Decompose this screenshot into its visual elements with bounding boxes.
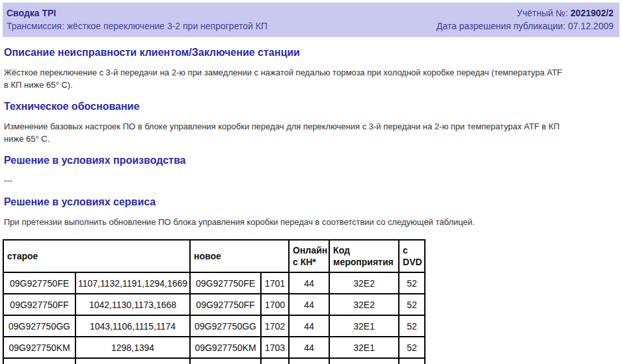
table-cell: 32E1 <box>329 315 399 337</box>
section-title-complaint: Описание неисправности клиентом/Заключен… <box>4 47 617 58</box>
table-cell: 09G927750KM <box>190 337 261 358</box>
table-row: 09G927750KN 1394,1554,1590 09G927750KN 1… <box>3 358 425 364</box>
table-cell: 52 <box>399 315 425 337</box>
table-cell: 32E1 <box>329 358 399 364</box>
table-cell: 32E2 <box>329 294 399 315</box>
table-cell: 44 <box>289 358 329 364</box>
table-cell: 09G927750KN <box>3 358 75 364</box>
section-title-production: Решение в условиях производства <box>4 155 617 166</box>
table-cell: 09G927750FF <box>3 294 75 315</box>
section-body-complaint: Жёсткое переключение с 3-й передачи на 2… <box>4 66 617 91</box>
table-cell: 1702 <box>261 315 289 337</box>
column-header-dvd: с DVD <box>399 240 425 272</box>
table-cell: 32E2 <box>329 272 399 294</box>
table-cell: 09G927750FE <box>190 272 261 294</box>
table-header: старое новое Онлайн с КН* Код мероприяти… <box>3 240 425 272</box>
table-cell: 1107,1132,1191,1294,1669 <box>75 272 190 294</box>
column-header-online: Онлайн с КН* <box>289 240 329 272</box>
tpi-document-page: Сводка TPI Учётный №: 2021902/2 Трансмис… <box>0 0 622 364</box>
table-cell: 44 <box>289 294 329 315</box>
column-header-old: старое <box>3 240 190 272</box>
section-body-service: При претензии выполнить обновление ПО бл… <box>4 216 617 228</box>
table-row: 09G927750FE 1107,1132,1191,1294,1669 09G… <box>3 272 425 294</box>
section-title-service: Решение в условиях сервиса <box>4 196 617 208</box>
table-cell: 09G927750KN <box>190 358 261 364</box>
header-row-top: Сводка TPI Учётный №: 2021902/2 <box>7 6 614 20</box>
table-cell: 1700 <box>261 294 289 315</box>
table-cell: 52 <box>399 294 425 315</box>
table-row: 09G927750FF 1042,1130,1173,1668 09G92775… <box>3 294 425 315</box>
table-cell: 1043,1106,1115,1174 <box>75 315 190 337</box>
software-update-table: старое новое Онлайн с КН* Код мероприяти… <box>3 239 426 364</box>
record-number: Учётный №: 2021902/2 <box>517 6 614 20</box>
tpi-summary-title: Сводка TPI <box>7 6 56 20</box>
table-cell: 1298,1394 <box>75 337 190 358</box>
table-cell: 32E1 <box>329 337 399 358</box>
section-body-technical: Изменение базовых настроек ПО в блоке уп… <box>4 120 617 145</box>
record-number-value: 2021902/2 <box>571 8 614 18</box>
table-cell: 1704 <box>261 358 289 364</box>
table-row: 09G927750GG 1043,1106,1115,1174 09G92775… <box>3 315 425 337</box>
header-bar: Сводка TPI Учётный №: 2021902/2 Трансмис… <box>3 3 619 37</box>
table-cell: 1394,1554,1590 <box>75 358 190 364</box>
table-cell: 44 <box>289 315 329 337</box>
section-body-production: --- <box>4 174 617 187</box>
publication-date-label: Дата разрешения публикации: <box>437 21 565 31</box>
table-cell: 52 <box>399 272 425 294</box>
table-cell: 09G927750GG <box>190 315 261 337</box>
table-cell: 09G927750KM <box>3 337 75 358</box>
table-row: 09G927750KM 1298,1394 09G927750KM 1703 4… <box>3 337 425 358</box>
table-cell: 52 <box>399 358 425 364</box>
table-cell: 09G927750GG <box>3 315 75 337</box>
table-body: 09G927750FE 1107,1132,1191,1294,1669 09G… <box>3 272 425 364</box>
table-cell: 09G927750FE <box>3 272 75 294</box>
publication-date-value: 07.12.2009 <box>568 21 614 31</box>
record-number-label: Учётный №: <box>517 8 568 18</box>
table-cell: 52 <box>399 337 425 358</box>
table-cell: 1703 <box>261 337 289 358</box>
table-cell: 44 <box>289 337 329 358</box>
table-cell: 44 <box>289 272 329 294</box>
header-row-bottom: Трансмиссия: жёсткое переключение 3-2 пр… <box>7 20 614 32</box>
table-cell: 09G927750FF <box>190 294 261 315</box>
table-cell: 1042,1130,1173,1668 <box>75 294 190 315</box>
column-header-new: новое <box>190 240 289 272</box>
publication-date: Дата разрешения публикации: 07.12.2009 <box>437 20 614 32</box>
table-cell: 1701 <box>261 272 289 294</box>
column-header-action-code: Код мероприятия <box>329 240 399 272</box>
tpi-subject: Трансмиссия: жёсткое переключение 3-2 пр… <box>7 20 267 32</box>
table-header-row: старое новое Онлайн с КН* Код мероприяти… <box>3 240 425 272</box>
section-title-technical: Техническое обоснование <box>4 101 617 112</box>
